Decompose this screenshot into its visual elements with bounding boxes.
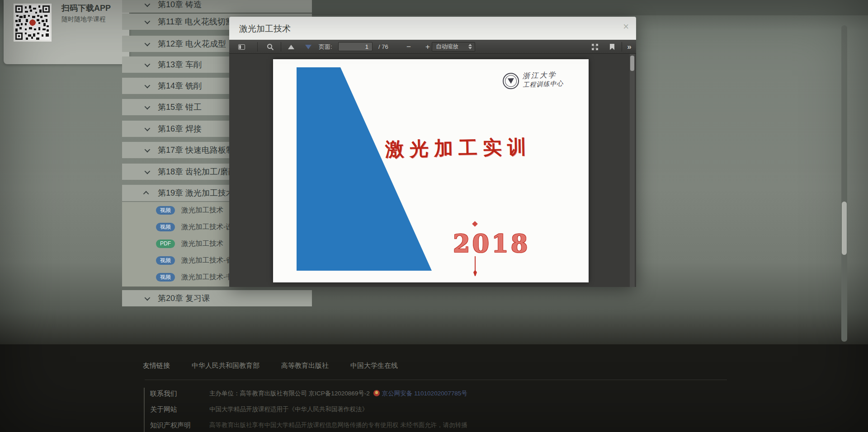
chapter-label: 第14章 铣削 [158, 80, 202, 91]
pdf-scrollbar[interactable] [630, 54, 635, 287]
pdf-badge: PDF [156, 239, 175, 248]
lesson-label: 激光加工技术 [181, 239, 223, 249]
chevron-up-icon [143, 191, 149, 197]
footer-link-hep[interactable]: 高等教育出版社 [281, 362, 329, 370]
video-badge: 视频 [156, 223, 175, 231]
chapter-label: 第15章 钳工 [158, 102, 202, 113]
chevron-down-icon [145, 295, 151, 301]
toolbar-separator [281, 42, 281, 52]
footer-divider [145, 380, 727, 380]
chevron-down-icon [145, 40, 151, 46]
chevron-down-icon [145, 82, 151, 88]
university-seal-icon [502, 72, 519, 89]
chapter-label: 第12章 电火花成型 [158, 38, 226, 49]
cover-blue-shape [273, 59, 589, 282]
chevron-down-icon [145, 103, 151, 109]
chevron-down-icon [145, 125, 151, 131]
pdf-page: 浙江大学 工程训练中心 激光加工实训 2018 [273, 59, 589, 282]
sidebar-item-chapter10[interactable]: 第10章 铸造 [122, 0, 312, 13]
fullscreen-icon [591, 43, 599, 51]
search-button[interactable] [264, 40, 277, 54]
chapter-label: 第10章 铸造 [158, 0, 202, 10]
chevron-down-icon [145, 18, 151, 24]
footer-link-univs[interactable]: 中国大学生在线 [350, 362, 398, 370]
icp-text: 主办单位：高等教育出版社有限公司 京ICP备12020869号-2 [209, 390, 370, 397]
footer-nav-about[interactable]: 关于网站 [150, 405, 213, 414]
friend-links-label: 友情链接 [143, 362, 170, 370]
page-scrollbar[interactable] [841, 25, 847, 342]
chapter-label: 第19章 激光加工技术 [158, 188, 234, 198]
pdf-viewer: 浙江大学 工程训练中心 激光加工实训 2018 [229, 54, 636, 287]
qr-caption-line2: 随时随地学课程 [61, 15, 106, 23]
qr-download-panel: 扫码下载APP 随时随地学课程 [4, 0, 129, 64]
bookmark-button[interactable] [605, 40, 619, 54]
chapter-label: 第11章 电火花线切割 [158, 16, 234, 27]
video-badge: 视频 [156, 273, 175, 282]
zoom-level-value: 自动缩放 [436, 43, 458, 51]
next-page-button[interactable] [301, 40, 316, 54]
qr-caption-line1: 扫码下载APP [61, 3, 111, 14]
footer: 友情链接 中华人民共和国教育部 高等教育出版社 中国大学生在线 联系我们 关于网… [0, 344, 868, 432]
page-number-label: 页面: [319, 40, 332, 54]
footer-nav-contact[interactable]: 联系我们 [150, 390, 213, 398]
zoom-out-button[interactable]: − [402, 40, 415, 54]
close-icon[interactable]: × [623, 22, 629, 32]
friend-links-row: 友情链接 中华人民共和国教育部 高等教育出版社 中国大学生在线 [143, 362, 398, 370]
university-logo-text: 浙江大学 工程训练中心 [522, 70, 563, 89]
sidebar-toggle-button[interactable] [235, 40, 248, 54]
footer-info-line2: 中国大学精品开放课程适用于《中华人民共和国著作权法》 [209, 405, 368, 413]
footer-info-line1: 主办单位：高等教育出版社有限公司 京ICP备12020869号-2京公网安备 1… [209, 390, 467, 398]
arrow-down-icon [305, 45, 311, 49]
sidebar-item-chapter20[interactable]: 第20章 复习课 [122, 290, 312, 306]
lesson-label: 激光加工技术-书 [181, 272, 233, 282]
modal-header: 激光加工技术 × [229, 17, 636, 40]
more-tools-button[interactable]: » [623, 40, 635, 54]
chevron-down-icon [145, 61, 151, 67]
sidebar-toggle-icon [238, 44, 245, 50]
footer-nav-ip-statement[interactable]: 知识产权声明 [150, 421, 213, 430]
modal-title: 激光加工技术 [239, 23, 291, 35]
search-icon [267, 43, 274, 51]
bookmark-icon [610, 44, 614, 50]
police-badge-icon [373, 390, 380, 396]
cover-title: 激光加工实训 [385, 133, 576, 162]
chevron-down-icon [145, 1, 151, 7]
pdf-scrollbar-thumb[interactable] [630, 56, 634, 71]
tassel-ornament [475, 256, 476, 271]
chevron-down-icon [145, 168, 151, 174]
footer-vertical-divider [144, 388, 145, 432]
previous-page-button[interactable] [283, 40, 299, 54]
qr-code-icon [15, 5, 50, 40]
toolbar-separator [622, 42, 622, 52]
page-number-input[interactable] [338, 42, 373, 51]
footer-info-line3: 高等教育出版社享有中国大学精品开放课程信息网络传播的专有使用权 未经书面允许，请… [209, 421, 467, 429]
arrow-up-icon [288, 45, 294, 49]
lesson-label: 激光加工技术 [181, 206, 223, 215]
zoom-level-select[interactable]: 自动缩放 [432, 42, 475, 52]
chapter-label: 第20章 复习课 [158, 293, 210, 304]
toolbar-separator [257, 42, 258, 52]
chevron-down-icon [145, 146, 151, 152]
page-scrollbar-thumb[interactable] [842, 202, 847, 255]
footer-link-moe[interactable]: 中华人民共和国教育部 [192, 362, 259, 370]
pdf-modal: 激光加工技术 × 页面: / 76 − [229, 17, 636, 287]
select-spinner-icon [468, 44, 472, 49]
logo-line2: 工程训练中心 [523, 80, 564, 89]
presentation-mode-button[interactable] [588, 40, 602, 54]
screen: 扫码下载APP 随时随地学课程 第10章 铸造 第11章 电火花线切割 第12章… [0, 0, 868, 432]
qr-code [14, 4, 52, 42]
pdf-toolbar: 页面: / 76 − + 自动缩放 [229, 40, 636, 54]
chapter-label: 第13章 车削 [158, 59, 202, 70]
university-logo: 浙江大学 工程训练中心 [502, 70, 580, 90]
video-badge: 视频 [156, 256, 175, 265]
police-filing-link[interactable]: 京公网安备 11010202007785号 [382, 390, 467, 397]
cover-year: 2018 [453, 229, 525, 258]
chapter-label: 第18章 齿轮加工/磨削 [158, 166, 236, 177]
chapter-label: 第16章 焊接 [158, 123, 202, 134]
video-badge: 视频 [156, 206, 175, 215]
page-total-label: / 76 [378, 40, 388, 54]
